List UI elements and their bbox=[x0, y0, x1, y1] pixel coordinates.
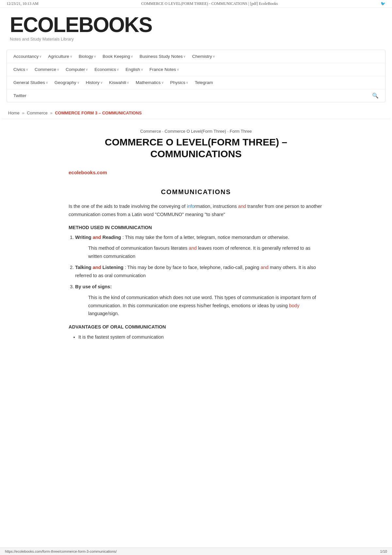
main-navigation: Accountancy ∨ Agriculture ∨ Biology ∨ Bo… bbox=[7, 50, 385, 102]
nav-item-biology[interactable]: Biology ∨ bbox=[75, 51, 99, 61]
chevron-down-icon: ∨ bbox=[213, 55, 215, 58]
nav-item-accountancy[interactable]: Accountancy ∨ bbox=[10, 51, 45, 61]
chevron-down-icon: ∨ bbox=[26, 68, 28, 71]
breadcrumb-current: COMMERCE FORM 3 – COMMUNICATIONS bbox=[55, 110, 142, 115]
nav-item-computer[interactable]: Computer ∨ bbox=[62, 64, 91, 75]
nav-item-civics[interactable]: Civics ∨ bbox=[10, 64, 31, 75]
list-item: By use of signs: This is the kind of com… bbox=[75, 283, 323, 318]
chevron-down-icon: ∨ bbox=[94, 55, 96, 58]
chevron-down-icon: ∨ bbox=[70, 55, 72, 58]
chevron-down-icon: ∨ bbox=[131, 55, 133, 58]
site-logo[interactable]: ECOLEBOOKS bbox=[10, 14, 382, 35]
nav-item-economics[interactable]: Economics ∨ bbox=[91, 64, 122, 75]
chevron-down-icon: ∨ bbox=[161, 81, 164, 84]
highlight-and-1: and bbox=[238, 204, 246, 209]
method-2-title: Talking and Listening bbox=[75, 265, 123, 270]
nav-row-2: Civics ∨ Commerce ∨ Computer ∨ Economics… bbox=[7, 63, 385, 76]
site-tagline: Notes and Study Materials Library bbox=[10, 37, 382, 42]
nav-row-3: General Studies ∨ Geography ∨ History ∨ … bbox=[7, 76, 385, 89]
meta-level: Commerce O Level(Form Three) bbox=[165, 129, 226, 134]
breadcrumb-commerce[interactable]: Commerce bbox=[27, 110, 48, 115]
meta-form: Form Three bbox=[230, 129, 252, 134]
method-1-desc: : This may take the form of a letter, te… bbox=[122, 235, 289, 240]
chevron-down-icon: ∨ bbox=[86, 68, 88, 71]
method-1-title: Writing and Reading bbox=[75, 235, 121, 240]
list-item: Writing and Reading : This may take the … bbox=[75, 233, 323, 260]
chevron-down-icon: ∨ bbox=[39, 55, 41, 58]
chevron-down-icon: ∨ bbox=[186, 81, 188, 84]
nav-item-business-study-notes[interactable]: Business Study Notes ∨ bbox=[136, 51, 189, 61]
meta-sep-2: · bbox=[227, 129, 229, 134]
chevron-down-icon: ∨ bbox=[183, 55, 186, 58]
method-title: METHOD USED IN COMMUNICATION bbox=[69, 225, 323, 230]
nav-item-chemistry[interactable]: Chemistry ∨ bbox=[189, 51, 218, 61]
nav-item-history[interactable]: History ∨ bbox=[83, 77, 106, 88]
chevron-down-icon: ∨ bbox=[127, 81, 129, 84]
nav-item-france-notes[interactable]: France Notes ∨ bbox=[146, 64, 182, 75]
meta-sep-1: · bbox=[162, 129, 164, 134]
nav-item-agriculture[interactable]: Agriculture ∨ bbox=[45, 51, 75, 61]
breadcrumb: Home » Commerce » COMMERCE FORM 3 – COMM… bbox=[2, 107, 390, 119]
page-title-bar: COMMERCE O LEVEL(FORM THREE) - COMMUNICA… bbox=[141, 1, 278, 6]
nav-item-english[interactable]: English ∨ bbox=[122, 64, 146, 75]
nav-item-bookkeeping[interactable]: Book Keeping ∨ bbox=[99, 51, 136, 61]
nav-item-twitter[interactable]: Twitter bbox=[10, 91, 30, 101]
nav-item-kiswahili[interactable]: Kiswahili ∨ bbox=[106, 77, 133, 88]
methods-list: Writing and Reading : This may take the … bbox=[69, 233, 323, 318]
nav-item-commerce[interactable]: Commerce ∨ bbox=[31, 64, 62, 75]
advantages-title: ADVANTAGES OF ORAL COMMUNICATION bbox=[69, 324, 323, 329]
list-item: Talking and Listening : This may be done… bbox=[75, 263, 323, 279]
highlight-information: info bbox=[187, 204, 194, 209]
method-1-note: This method of communication favours lit… bbox=[88, 244, 323, 260]
document-title: COMMERCE O LEVEL(FORM THREE) – COMMUNICA… bbox=[69, 136, 323, 160]
nav-item-general-studies[interactable]: General Studies ∨ bbox=[10, 77, 51, 88]
nav-item-mathematics[interactable]: Mathematics ∨ bbox=[132, 77, 167, 88]
search-button[interactable]: 🔍 bbox=[369, 91, 382, 101]
nav-item-telegram[interactable]: Telegram bbox=[191, 77, 216, 88]
twitter-top-icon: 🐦 bbox=[381, 1, 385, 6]
nav-row-4: Twitter 🔍 bbox=[7, 89, 385, 102]
browser-datetime: 12/23/21, 10:13 AM bbox=[7, 1, 39, 6]
breadcrumb-sep-2: » bbox=[50, 110, 52, 115]
site-url[interactable]: ecolebooks.com bbox=[69, 170, 323, 175]
advantages-list: It is the fastest system of communicatio… bbox=[69, 333, 323, 341]
chevron-down-icon: ∨ bbox=[117, 68, 119, 71]
chevron-down-icon: ∨ bbox=[46, 81, 48, 84]
nav-item-physics[interactable]: Physics ∨ bbox=[167, 77, 192, 88]
breadcrumb-home[interactable]: Home bbox=[8, 110, 20, 115]
chevron-down-icon: ∨ bbox=[77, 81, 79, 84]
list-item: It is the fastest system of communicatio… bbox=[78, 333, 323, 341]
main-content: Commerce · Commerce O Level(Form Three) … bbox=[49, 119, 343, 351]
site-header: ECOLEBOOKS Notes and Study Materials Lib… bbox=[0, 8, 392, 45]
breadcrumb-sep-1: » bbox=[22, 110, 24, 115]
chevron-down-icon: ∨ bbox=[57, 68, 59, 71]
chevron-down-icon: ∨ bbox=[177, 68, 179, 71]
section-title: COMMUNICATIONS bbox=[69, 188, 323, 196]
method-3-note: This is the kind of communication which … bbox=[88, 294, 323, 318]
nav-item-geography[interactable]: Geography ∨ bbox=[51, 77, 83, 88]
top-bar: 12/23/21, 10:13 AM COMMERCE O LEVEL(FORM… bbox=[0, 0, 392, 8]
chevron-down-icon: ∨ bbox=[100, 81, 103, 84]
nav-row-1: Accountancy ∨ Agriculture ∨ Biology ∨ Bo… bbox=[7, 50, 385, 63]
chevron-down-icon: ∨ bbox=[141, 68, 143, 71]
document-meta: Commerce · Commerce O Level(Form Three) … bbox=[69, 129, 323, 134]
meta-commerce: Commerce bbox=[140, 129, 161, 134]
method-3-title: By use of signs: bbox=[75, 284, 112, 289]
intro-paragraph: Is the one of the aids to trade involvin… bbox=[69, 202, 323, 218]
